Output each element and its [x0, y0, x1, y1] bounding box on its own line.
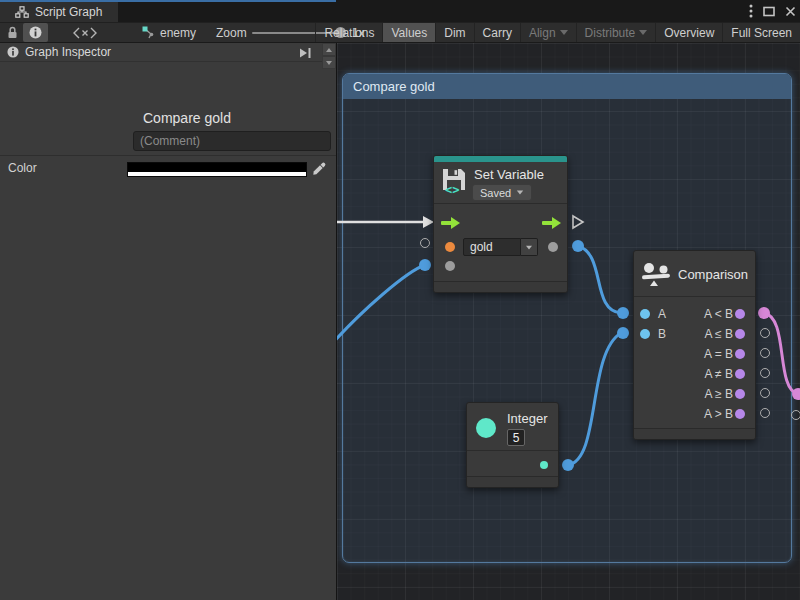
graph-asset-label: enemy [160, 26, 196, 40]
scroll-up-icon[interactable] [322, 43, 336, 56]
comment-input[interactable] [133, 131, 331, 151]
info-toggle-button[interactable] [23, 23, 48, 42]
graph-inspector-panel: Graph Inspector Compare gold Color [0, 43, 336, 600]
node-footer [467, 476, 558, 487]
node-footer [434, 281, 567, 292]
overview-button[interactable]: Overview [655, 23, 722, 42]
node-integer[interactable]: Integer 5 [466, 402, 559, 488]
variable-name-dropdown[interactable]: gold [463, 238, 521, 256]
eyedropper-icon[interactable] [311, 161, 327, 177]
carry-button[interactable]: Carry [474, 23, 520, 42]
integer-output-port[interactable] [540, 461, 548, 469]
graph-canvas[interactable]: Compare gold [336, 43, 800, 600]
wire-endpoint-dot[interactable] [617, 327, 629, 339]
distribute-dropdown[interactable]: Distribute [576, 23, 656, 42]
output-port-greaterequal[interactable] [735, 389, 745, 399]
toolbar-right-group: Relations Values Dim Carry Align Distrib… [315, 23, 800, 42]
lock-icon[interactable] [7, 23, 18, 42]
variable-scope-dropdown[interactable]: Saved [472, 184, 532, 201]
wire-endpoint-dot[interactable] [758, 307, 770, 319]
wire-endpoint-dot[interactable] [617, 307, 629, 319]
node-title: Comparison [678, 267, 748, 282]
hidden-port-ring[interactable] [760, 388, 770, 398]
balance-scale-icon [641, 261, 673, 287]
node-footer [634, 428, 755, 439]
relations-button[interactable]: Relations [315, 23, 382, 42]
chevron-down-icon [639, 30, 647, 35]
inspector-scrollbar [322, 43, 336, 69]
integer-circle-icon [476, 418, 496, 438]
tab-script-graph[interactable]: Script Graph [0, 2, 118, 22]
node-set-variable[interactable]: <> Set Variable Saved gold [433, 155, 568, 293]
svg-text:<>: <> [445, 183, 459, 196]
flow-continuation-triangle[interactable] [571, 214, 585, 230]
input-label-b: B [658, 327, 666, 341]
hidden-port-ring[interactable] [791, 410, 800, 420]
align-dropdown[interactable]: Align [520, 23, 576, 42]
output-label-equal: A = B [704, 347, 733, 361]
node-title: Set Variable [474, 167, 544, 182]
info-icon [29, 26, 42, 39]
wire-endpoint-dot[interactable] [572, 240, 584, 252]
hidden-port-ring[interactable] [760, 348, 770, 358]
value-output-port[interactable] [548, 242, 558, 252]
node-title: Integer [507, 411, 547, 426]
node-comparison[interactable]: Comparison A B A < B A ≤ B A = B A ≠ B A… [633, 250, 756, 440]
color-label: Color [8, 161, 37, 175]
dock-icon[interactable] [298, 47, 312, 59]
close-icon[interactable] [785, 6, 796, 17]
dim-button[interactable]: Dim [435, 23, 473, 42]
title-bar: Script Graph [0, 0, 800, 22]
graph-title-field[interactable]: Compare gold [143, 110, 231, 126]
output-port-notequal[interactable] [735, 369, 745, 379]
color-swatch[interactable] [127, 162, 307, 177]
flow-output-port[interactable] [542, 216, 562, 230]
flow-input-port[interactable] [441, 216, 461, 230]
save-variable-icon: <> [439, 166, 469, 196]
integer-value-field[interactable]: 5 [507, 429, 525, 446]
value-input-port[interactable] [445, 261, 455, 271]
info-icon [7, 46, 19, 58]
chevron-down-icon [517, 191, 523, 195]
scroll-down-icon[interactable] [322, 56, 336, 69]
output-label-lessequal: A ≤ B [704, 327, 733, 341]
chevron-down-icon [526, 245, 532, 249]
hidden-port-ring[interactable] [760, 328, 770, 338]
output-port-greater[interactable] [735, 409, 745, 419]
script-graph-window: Script Graph [0, 0, 800, 600]
menu-icon[interactable] [749, 4, 753, 18]
graph-toolbar: enemy Zoom 1x Relations Values Dim Carry… [0, 22, 800, 43]
wire-endpoint-dot[interactable] [419, 259, 431, 271]
input-port-b[interactable] [640, 329, 650, 339]
output-label-less: A < B [704, 307, 733, 321]
hidden-port-ring[interactable] [420, 238, 430, 248]
wire-endpoint-dot[interactable] [562, 459, 574, 471]
tab-label: Script Graph [35, 5, 102, 19]
output-label-greaterequal: A ≥ B [704, 387, 733, 401]
output-label-greater: A > B [704, 407, 733, 421]
output-port-less[interactable] [735, 309, 745, 319]
code-x-icon[interactable] [72, 23, 98, 42]
wire-endpoint-dot[interactable] [792, 388, 800, 400]
inspector-title: Graph Inspector [25, 45, 111, 59]
group-title: Compare gold [353, 79, 435, 94]
output-port-equal[interactable] [735, 349, 745, 359]
output-port-lessequal[interactable] [735, 329, 745, 339]
input-label-a: A [658, 307, 666, 321]
inspector-header: Graph Inspector [0, 43, 336, 62]
group-header[interactable]: Compare gold [343, 74, 791, 99]
hidden-port-ring[interactable] [760, 408, 770, 418]
variable-name-port[interactable] [445, 242, 455, 252]
zoom-label: Zoom [216, 23, 247, 42]
graph-asset-button[interactable]: enemy [142, 23, 196, 42]
hidden-port-ring[interactable] [760, 368, 770, 378]
divider [0, 155, 336, 156]
fullscreen-button[interactable]: Full Screen [722, 23, 800, 42]
maximize-icon[interactable] [763, 6, 775, 17]
input-port-a[interactable] [640, 309, 650, 319]
script-graph-asset-icon [142, 26, 155, 39]
color-alpha-bar [128, 172, 306, 176]
chevron-down-icon [560, 30, 568, 35]
variable-name-dropdown-button[interactable] [521, 238, 538, 256]
values-button[interactable]: Values [382, 23, 435, 42]
